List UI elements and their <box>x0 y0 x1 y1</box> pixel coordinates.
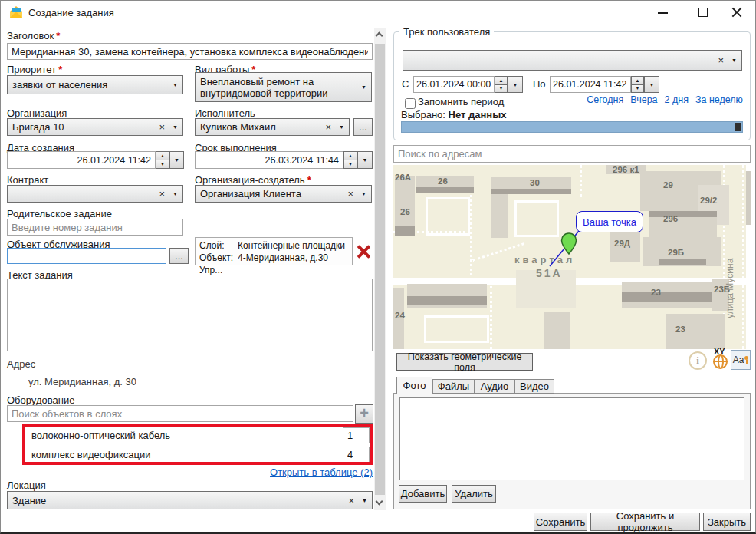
contract-combo[interactable]: × ▼ <box>7 185 183 203</box>
tab-video[interactable]: Видео <box>514 379 554 394</box>
organization-combo[interactable]: Бригада 10 × ▼ <box>7 118 183 136</box>
parent-task-input[interactable] <box>7 219 183 236</box>
tab-audio[interactable]: Аудио <box>475 379 514 394</box>
address-value: ул. Меридианная, д. 30 <box>28 376 136 387</box>
organization-label: Организация <box>7 107 67 119</box>
clear-icon[interactable]: × <box>343 495 359 506</box>
creator-org-label: Организация-создатель* <box>195 174 311 186</box>
executor-more-button[interactable]: ... <box>353 118 373 136</box>
chevron-down-icon[interactable]: ▼ <box>169 124 178 130</box>
creation-date-dropdown[interactable]: ▼ <box>169 151 184 169</box>
track-to-input[interactable] <box>550 76 631 93</box>
service-object-input[interactable] <box>7 248 166 264</box>
track-time-slider[interactable] <box>401 121 743 133</box>
chevron-down-icon[interactable]: ▼ <box>336 124 344 130</box>
executor-combo[interactable]: Куликов Михаил × ▼ <box>195 118 350 136</box>
clear-icon[interactable]: × <box>154 121 169 133</box>
map-label-district: 51А <box>536 267 563 279</box>
minimize-button[interactable] <box>647 1 678 24</box>
track-to-stepper[interactable]: ▲ ▼ <box>631 76 644 93</box>
map[interactable]: 26А 26 26 30 296 к1 29 29/2 296 29Д 29Б … <box>393 165 751 349</box>
spin-down-icon[interactable]: ▼ <box>343 160 357 169</box>
labels-toggle-button[interactable]: Aa <box>731 350 751 370</box>
save-button[interactable]: Сохранить <box>534 513 587 531</box>
save-and-continue-button[interactable]: Сохранить и продолжить <box>590 513 700 531</box>
priority-combo[interactable]: заявки от населения ▼ <box>7 75 183 94</box>
equipment-qty-input[interactable] <box>343 447 370 463</box>
add-equipment-button[interactable]: + <box>355 404 373 424</box>
service-object-more-button[interactable]: ... <box>169 248 189 264</box>
link-week[interactable]: За неделю <box>695 94 743 105</box>
clear-icon[interactable]: × <box>343 188 358 199</box>
clear-icon[interactable]: × <box>713 54 728 66</box>
address-search-input[interactable] <box>393 145 751 163</box>
slider-thumb[interactable] <box>735 123 741 131</box>
track-from-dropdown[interactable]: ▼ <box>508 76 523 93</box>
track-to-label: По <box>533 78 546 90</box>
clear-icon[interactable]: × <box>320 121 336 133</box>
location-combo[interactable]: Здание × ▼ <box>7 491 373 509</box>
spin-up-icon[interactable]: ▲ <box>631 76 644 85</box>
creation-date-input[interactable] <box>7 151 156 169</box>
maximize-icon <box>698 8 708 17</box>
spin-up-icon[interactable]: ▲ <box>156 151 169 160</box>
equipment-search-input[interactable] <box>7 405 353 422</box>
scroll-down-icon[interactable] <box>376 498 383 506</box>
map-building <box>544 312 570 349</box>
show-geometry-button[interactable]: Показать геометрические поля <box>396 353 533 371</box>
info-icon[interactable]: i <box>689 351 707 370</box>
spin-down-icon[interactable]: ▼ <box>631 85 644 94</box>
task-text-area[interactable] <box>7 279 373 351</box>
track-to-dropdown[interactable]: ▼ <box>644 76 659 93</box>
photo-list-area[interactable] <box>399 397 744 480</box>
due-date-dropdown[interactable]: ▼ <box>357 151 373 169</box>
open-in-table-link[interactable]: Открыть в таблице (2) <box>7 466 373 478</box>
clear-icon[interactable]: × <box>154 188 169 199</box>
link-2days[interactable]: 2 дня <box>665 94 689 105</box>
remove-attachment-button[interactable]: Удалить <box>452 485 496 503</box>
due-date-stepper[interactable]: ▲ ▼ <box>343 151 357 169</box>
your-point-tooltip: Ваша точка <box>576 211 643 232</box>
chevron-down-icon[interactable]: ▼ <box>358 84 366 90</box>
creator-org-combo[interactable]: Организация Клиента × ▼ <box>195 185 372 203</box>
selected-label: Выбрано: Нет данных <box>401 109 507 120</box>
equipment-qty-input[interactable] <box>343 427 370 443</box>
add-attachment-button[interactable]: Добавить <box>399 485 447 503</box>
close-window-button[interactable]: Закрыть <box>703 513 751 531</box>
chevron-down-icon[interactable]: ▼ <box>359 498 367 503</box>
maximize-button[interactable] <box>688 1 718 24</box>
title-input[interactable] <box>7 43 373 60</box>
close-button[interactable] <box>720 1 754 24</box>
track-from-stepper[interactable]: ▲ ▼ <box>495 76 508 93</box>
scrollbar-thumb[interactable] <box>375 44 385 495</box>
track-from-input[interactable] <box>413 76 495 93</box>
map-label: 29 <box>663 180 673 190</box>
chevron-down-icon[interactable]: ▼ <box>358 191 366 196</box>
remember-period-checkbox[interactable] <box>405 98 416 109</box>
work-type-combo[interactable]: Внеплановый ремонт на внутридомовой терр… <box>195 72 372 102</box>
spin-up-icon[interactable]: ▲ <box>343 151 357 160</box>
link-yesterday[interactable]: Вчера <box>630 94 657 105</box>
track-user-combo[interactable]: × ▼ <box>403 50 742 71</box>
link-today[interactable]: Сегодня <box>587 94 623 105</box>
map-pin[interactable] <box>560 232 577 255</box>
scroll-up-icon[interactable] <box>376 32 383 40</box>
tab-photo[interactable]: Фото <box>396 377 432 394</box>
due-date-input[interactable] <box>195 151 343 169</box>
form-scrollbar[interactable] <box>374 28 386 510</box>
map-street-label: улица Мусина <box>725 234 735 318</box>
remove-service-object-button[interactable] <box>355 242 373 260</box>
chevron-down-icon[interactable]: ▼ <box>169 191 178 196</box>
parent-task-label: Родительское задание <box>7 208 112 219</box>
spin-up-icon[interactable]: ▲ <box>495 76 508 85</box>
object-label: Объект: <box>199 252 238 264</box>
executor-label: Исполнитель <box>195 107 255 119</box>
spin-down-icon[interactable]: ▼ <box>156 160 169 169</box>
xy-coordinates-button[interactable]: XY <box>710 348 731 371</box>
creation-date-stepper[interactable]: ▲ ▼ <box>156 151 169 169</box>
track-quick-links: Сегодня Вчера 2 дня За неделю <box>537 94 743 105</box>
chevron-down-icon[interactable]: ▼ <box>728 58 737 63</box>
spin-down-icon[interactable]: ▼ <box>495 85 508 94</box>
tab-files[interactable]: Файлы <box>432 379 475 394</box>
chevron-down-icon[interactable]: ▼ <box>169 82 178 87</box>
